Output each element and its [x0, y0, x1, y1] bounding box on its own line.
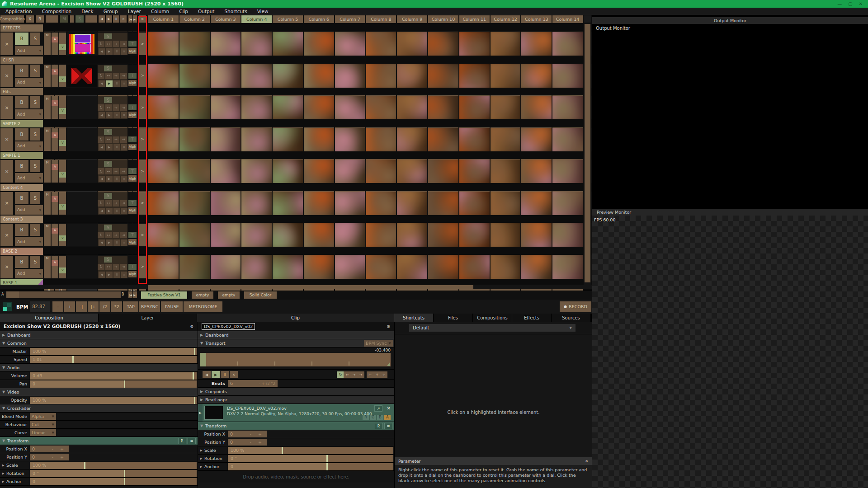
- pause-icon[interactable]: II: [113, 112, 120, 118]
- audio-fader-column[interactable]: A: [52, 33, 58, 55]
- alpha-mode-button[interactable]: Alph: [128, 207, 137, 214]
- alpha-mode-button[interactable]: Alph: [128, 144, 137, 150]
- solo-button[interactable]: S: [30, 160, 40, 172]
- prev-frame-icon[interactable]: ◀: [99, 80, 105, 87]
- layer-name-label[interactable]: Content 3: [0, 216, 43, 223]
- blend-mode-dropdown[interactable]: Add▼: [15, 46, 43, 55]
- prev-frame-icon[interactable]: ◀: [99, 208, 105, 214]
- grid-clip-cell[interactable]: [428, 128, 458, 151]
- crossfader-handle[interactable]: [6, 291, 19, 298]
- param-slider[interactable]: 0: [30, 380, 197, 388]
- param-slider[interactable]: 100 %: [30, 348, 197, 355]
- column-header-6[interactable]: Column 6: [304, 15, 334, 23]
- grid-clip-cell[interactable]: [241, 192, 272, 215]
- tab-clip[interactable]: Clip: [197, 314, 394, 322]
- video-fader-column[interactable]: V: [59, 128, 66, 151]
- grid-clip-cell[interactable]: [459, 160, 490, 183]
- play-icon[interactable]: ▶: [106, 48, 113, 55]
- grid-clip-cell[interactable]: [552, 160, 583, 183]
- layer-name-label[interactable]: BASE 2: [0, 248, 43, 255]
- column-header-2[interactable]: Column 2: [179, 15, 210, 23]
- grid-clip-cell[interactable]: [428, 32, 458, 56]
- video-fader-column[interactable]: V: [59, 33, 66, 55]
- column-header-1[interactable]: Column 1: [148, 15, 179, 23]
- grid-clip-cell[interactable]: [179, 32, 210, 56]
- bpm--button[interactable]: |+: [88, 301, 99, 312]
- grid-clip-cell[interactable]: [273, 128, 303, 151]
- loop-button[interactable]: ↻: [337, 371, 344, 378]
- timeline-extra-button[interactable]: +: [373, 371, 381, 378]
- connect-arrow-button[interactable]: >: [139, 224, 146, 246]
- clear-layer-button[interactable]: ×: [0, 224, 13, 246]
- grid-clip-cell[interactable]: [366, 128, 396, 151]
- audio-fader-column[interactable]: A: [52, 256, 58, 278]
- layer-name-label[interactable]: Content 4: [0, 184, 43, 191]
- strip-s-button[interactable]: S: [104, 66, 112, 71]
- grid-clip-cell[interactable]: [521, 128, 552, 151]
- alpha-mode-button[interactable]: Alph: [128, 80, 137, 86]
- hold-icon[interactable]: ⇥: [120, 104, 127, 111]
- layer-name-label[interactable]: EFFECTS: [0, 24, 43, 32]
- deck-tab-1[interactable]: Festiva Show V1: [141, 291, 187, 299]
- play-icon[interactable]: ▶: [106, 272, 113, 278]
- forward-icon[interactable]: →: [113, 232, 119, 238]
- timeline-mode-button[interactable]: T: [128, 168, 137, 174]
- forward-icon[interactable]: →: [113, 104, 119, 111]
- column-header-4[interactable]: Column 4: [241, 15, 272, 23]
- grid-clip-cell[interactable]: [491, 96, 521, 119]
- tab-files[interactable]: Files: [434, 314, 473, 322]
- grid-clip-cell[interactable]: [491, 128, 521, 151]
- grid-clip-cell[interactable]: [491, 255, 521, 279]
- deck-tab-2[interactable]: empty: [192, 291, 213, 299]
- active-clip-thumbnail[interactable]: [67, 256, 97, 278]
- grid-clip-cell[interactable]: [552, 192, 583, 215]
- random-icon[interactable]: ×: [121, 239, 127, 246]
- pause-icon[interactable]: II: [113, 272, 120, 278]
- grid-clip-cell[interactable]: [273, 192, 303, 215]
- record-button[interactable]: ●RECORD: [560, 301, 591, 312]
- grid-clip-cell[interactable]: [335, 223, 365, 247]
- timeline-mode-button[interactable]: T: [128, 200, 137, 206]
- pause-icon[interactable]: II: [113, 239, 120, 246]
- param-numfield[interactable]: 0- +: [30, 454, 69, 460]
- timeline-mode-button[interactable]: T: [128, 136, 137, 142]
- param-slider[interactable]: 0: [30, 478, 197, 485]
- loop-icon[interactable]: ↻: [98, 168, 104, 174]
- grid-clip-cell[interactable]: [428, 255, 458, 279]
- numfield-steppers[interactable]: - +: [52, 455, 66, 460]
- grid-clip-cell[interactable]: [304, 192, 334, 215]
- section-transform[interactable]: ▼TransformP.≡: [0, 437, 198, 445]
- grid-clip-cell[interactable]: [521, 192, 552, 215]
- grid-clip-cell[interactable]: [521, 223, 552, 247]
- prev-frame-icon[interactable]: ◀: [99, 176, 105, 182]
- timeline-track[interactable]: [200, 353, 391, 366]
- grid-clip-cell[interactable]: [459, 192, 490, 215]
- grid-clip-cell[interactable]: [304, 223, 334, 247]
- timeline-mode-button[interactable]: T: [128, 232, 137, 238]
- grid-clip-cell[interactable]: [428, 160, 458, 183]
- bypass-button[interactable]: B: [15, 128, 28, 141]
- back-button[interactable]: ◀: [203, 371, 211, 378]
- audio-fader-column[interactable]: A: [52, 192, 58, 215]
- master-fader-column[interactable]: M: [44, 224, 51, 246]
- tab-sources[interactable]: Sources: [552, 314, 591, 322]
- column-header-11[interactable]: Column 11: [459, 15, 490, 23]
- master-fader-column[interactable]: M: [44, 192, 51, 215]
- hold-button[interactable]: ⇥: [357, 371, 364, 378]
- vscrollbar-thumb[interactable]: [585, 24, 590, 282]
- timeline-mode-button[interactable]: T: [128, 41, 137, 47]
- pingpong-icon[interactable]: ↔: [105, 232, 112, 238]
- deck-tab-3[interactable]: empty: [218, 291, 240, 299]
- blend-mode-dropdown[interactable]: Add▼: [15, 78, 43, 87]
- master-fader-column[interactable]: M: [44, 33, 51, 55]
- grid-clip-cell[interactable]: [179, 192, 210, 215]
- blend-mode-dropdown[interactable]: Add▼: [15, 205, 43, 215]
- bpm-pause-button[interactable]: PAUSE: [161, 301, 183, 312]
- grid-clip-cell[interactable]: [428, 192, 458, 215]
- layer-name-label[interactable]: CHSR: [0, 56, 43, 64]
- param-slider[interactable]: 0 °: [30, 470, 197, 477]
- grid-clip-cell[interactable]: [211, 64, 241, 88]
- clear-layer-button[interactable]: ×: [0, 128, 13, 151]
- menu-composition[interactable]: Composition: [42, 9, 72, 14]
- connect-arrow-button[interactable]: >: [139, 192, 146, 215]
